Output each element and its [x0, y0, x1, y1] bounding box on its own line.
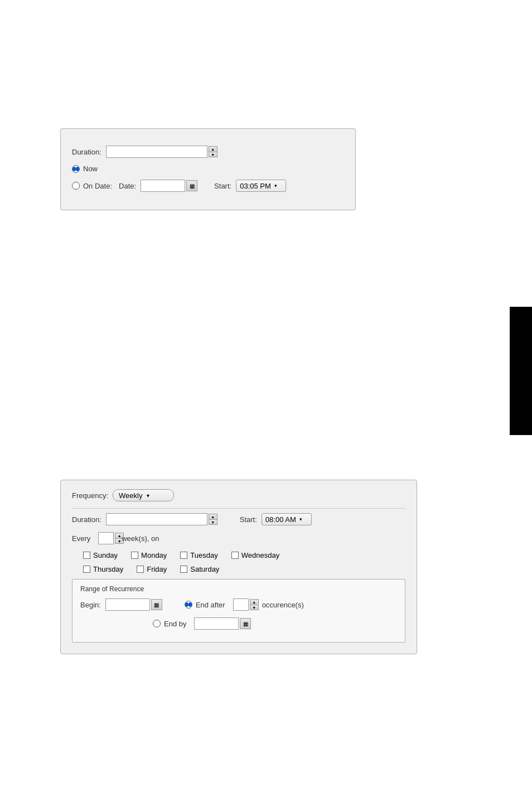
duration-arrows: ▲ ▼ [209, 146, 217, 157]
now-radio[interactable] [72, 165, 80, 173]
begin-label: Begin: [80, 601, 101, 609]
monday-checkbox[interactable] [131, 552, 138, 559]
day-friday: Friday [137, 565, 167, 573]
thursday-checkbox[interactable] [83, 566, 90, 573]
duration-down-arrow[interactable]: ▼ [209, 152, 217, 157]
day-monday: Monday [131, 551, 167, 559]
frequency-row: Frequency: Weekly ▾ [72, 489, 405, 501]
bottom-duration-arrows: ▲ ▼ [209, 514, 217, 525]
duration-start-row: Duration: 30 minutes ▲ ▼ Start: 08:00 AM… [72, 513, 405, 525]
every-spinner: 1 ▲ ▼ [98, 532, 118, 544]
frequency-dropdown[interactable]: Weekly ▾ [113, 489, 174, 501]
bottom-start-label: Start: [240, 515, 257, 524]
duration-input[interactable]: 30 minutes [106, 146, 207, 158]
black-sidebar [510, 307, 532, 435]
end-after-spinner: 1 ▲ ▼ [233, 598, 259, 611]
end-by-row: End by 02/10/2009 ▦ [153, 617, 397, 630]
days-row-1: Sunday Monday Tuesday Wednesday [83, 551, 405, 559]
now-radio-row: Now [72, 165, 344, 173]
recurrence-section: Range of Recurrence Begin: 02/10/2009 ▦ … [72, 579, 405, 643]
friday-checkbox[interactable] [137, 566, 144, 573]
every-input[interactable]: 1 [98, 532, 114, 544]
day-tuesday: Tuesday [180, 551, 217, 559]
end-after-label: End after [196, 601, 225, 609]
recurrence-title: Range of Recurrence [80, 585, 397, 593]
day-saturday: Saturday [180, 565, 219, 573]
on-date-input[interactable]: 02/10/2009 [141, 180, 185, 192]
monday-label: Monday [141, 551, 167, 559]
bottom-start-time-value: 08:00 AM [265, 515, 296, 524]
sunday-label: Sunday [93, 551, 118, 559]
now-label: Now [83, 165, 98, 173]
separator-1 [72, 508, 405, 509]
duration-row: Duration: 30 minutes ▲ ▼ [72, 146, 344, 158]
duration-spinner: 30 minutes ▲ ▼ [106, 146, 217, 158]
bottom-duration-spinner: 30 minutes ▲ ▼ [106, 513, 217, 525]
end-after-up[interactable]: ▲ [250, 599, 259, 605]
bottom-start-time-arrow: ▾ [299, 516, 302, 522]
top-panel: Duration: 30 minutes ▲ ▼ Now On Date: Da… [60, 128, 356, 210]
bottom-start-time-dropdown[interactable]: 08:00 AM ▾ [262, 513, 312, 525]
begin-row: Begin: 02/10/2009 ▦ End after 1 ▲ ▼ [80, 598, 397, 611]
thursday-label: Thursday [93, 565, 123, 573]
end-by-date-input[interactable]: 02/10/2009 [194, 617, 239, 630]
day-thursday: Thursday [83, 565, 123, 573]
bottom-panel: Frequency: Weekly ▾ Duration: 30 minutes… [60, 480, 417, 654]
date-label: Date: [119, 182, 136, 190]
sunday-checkbox[interactable] [83, 552, 90, 559]
saturday-label: Saturday [190, 565, 219, 573]
day-sunday: Sunday [83, 551, 118, 559]
bottom-duration-down[interactable]: ▼ [209, 519, 217, 525]
every-row: Every 1 ▲ ▼ week(s), on [72, 532, 405, 544]
every-suffix: week(s), on [122, 534, 159, 543]
days-row-2: Thursday Friday Saturday [83, 565, 405, 573]
friday-label: Friday [147, 565, 167, 573]
end-by-calendar-btn[interactable]: ▦ [240, 618, 251, 629]
end-after-down[interactable]: ▼ [250, 605, 259, 610]
frequency-value: Weekly [119, 491, 142, 500]
bottom-duration-up[interactable]: ▲ [209, 514, 217, 519]
on-date-radio[interactable] [72, 182, 80, 190]
begin-date-input[interactable]: 02/10/2009 [105, 598, 150, 611]
end-by-label: End by [164, 620, 186, 628]
start-time-dropdown[interactable]: 03:05 PM ▾ [236, 180, 286, 192]
day-wednesday: Wednesday [231, 551, 279, 559]
wednesday-label: Wednesday [241, 551, 279, 559]
occurrences-label: occurence(s) [262, 601, 304, 609]
wednesday-checkbox[interactable] [231, 552, 239, 559]
on-date-radio-row: On Date: Date: 02/10/2009 ▦ Start: 03:05… [72, 180, 344, 192]
frequency-label: Frequency: [72, 491, 108, 500]
tuesday-label: Tuesday [190, 551, 217, 559]
start-label: Start: [214, 182, 231, 190]
start-time-value: 03:05 PM [240, 182, 271, 190]
end-after-arrows: ▲ ▼ [250, 599, 259, 610]
saturday-checkbox[interactable] [180, 566, 187, 573]
on-date-calendar-btn[interactable]: ▦ [186, 180, 197, 191]
every-label: Every [72, 534, 90, 543]
end-by-radio[interactable] [153, 620, 161, 627]
on-date-label: On Date: [83, 182, 112, 190]
tuesday-checkbox[interactable] [180, 552, 187, 559]
duration-up-arrow[interactable]: ▲ [209, 146, 217, 152]
bottom-duration-input[interactable]: 30 minutes [106, 513, 207, 525]
duration-label: Duration: [72, 148, 101, 156]
bottom-duration-label: Duration: [72, 515, 101, 524]
end-after-radio[interactable] [185, 601, 192, 609]
end-after-input[interactable]: 1 [233, 598, 249, 611]
frequency-arrow: ▾ [147, 493, 149, 499]
start-time-arrow: ▾ [274, 183, 277, 189]
begin-calendar-btn[interactable]: ▦ [151, 599, 162, 610]
